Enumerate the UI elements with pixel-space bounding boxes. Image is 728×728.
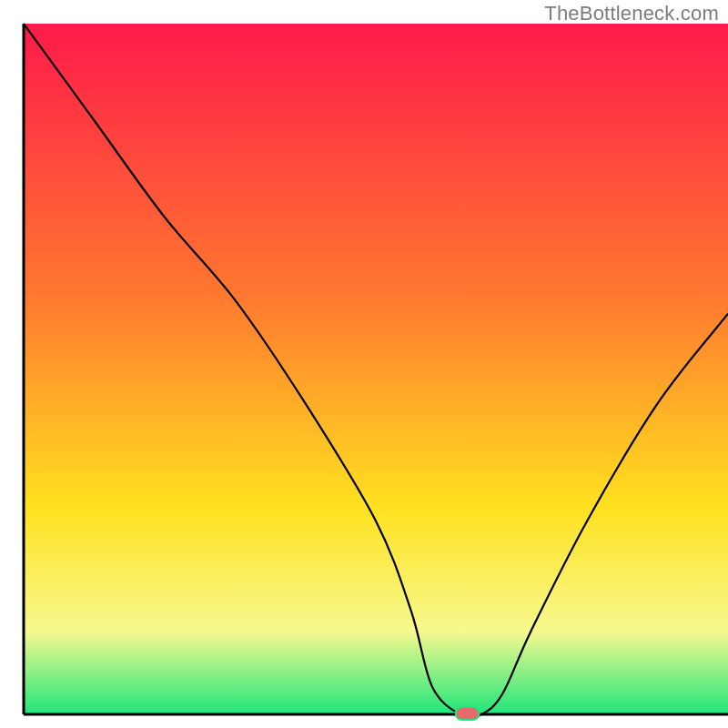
minimum-marker <box>456 707 480 720</box>
chart-stage: TheBottleneck.com <box>0 0 728 728</box>
plot-background <box>24 24 728 714</box>
bottleneck-chart <box>0 0 728 728</box>
watermark-text: TheBottleneck.com <box>544 2 719 25</box>
